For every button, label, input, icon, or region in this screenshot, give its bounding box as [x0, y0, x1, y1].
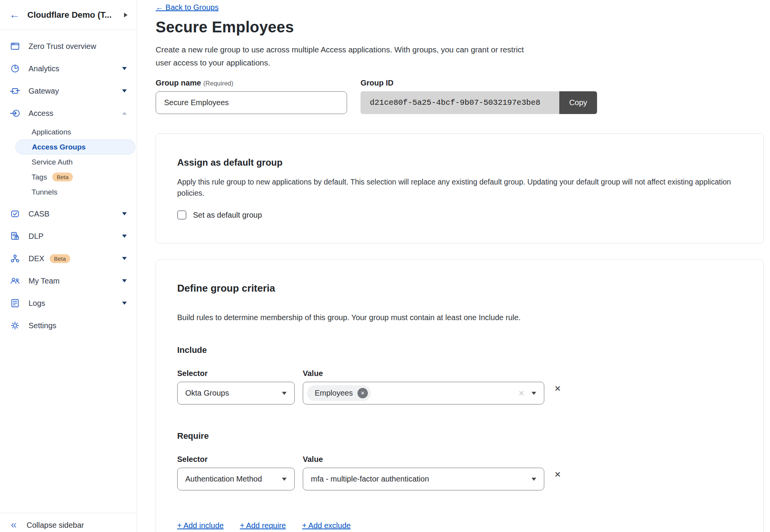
back-to-groups-link[interactable]: ← Back to Groups: [156, 3, 218, 12]
include-labels-row: Selector Value: [177, 369, 742, 378]
back-arrow-icon[interactable]: ←: [9, 10, 20, 20]
include-selector-select[interactable]: Okta Groups: [177, 382, 295, 404]
define-group-criteria-title: Define group criteria: [177, 282, 742, 294]
add-require-link[interactable]: + Add require: [240, 521, 286, 530]
chevron-up-icon[interactable]: [122, 112, 127, 115]
sidebar-item-tunnels[interactable]: Tunnels: [0, 185, 137, 200]
group-id-value: d21ce80f-5a25-4bcf-9b07-5032197e3be8: [361, 91, 559, 114]
chevron-down-icon[interactable]: [122, 89, 127, 92]
remove-require-rule-icon[interactable]: ✕: [554, 470, 561, 478]
add-exclude-link[interactable]: + Add exclude: [302, 521, 351, 530]
add-include-link[interactable]: + Add include: [177, 521, 224, 530]
default-group-checkbox[interactable]: [177, 210, 186, 220]
assign-default-group-title: Assign as default group: [177, 157, 742, 168]
chevron-down-icon[interactable]: [122, 67, 127, 70]
chevron-down-icon: [282, 392, 287, 395]
sidebar-header: ← Cloudflare Demo (T...: [0, 0, 137, 30]
team-icon: [10, 276, 20, 286]
sidebar-item-applications[interactable]: Applications: [0, 124, 137, 139]
include-heading: Include: [177, 345, 742, 355]
set-default-group-row[interactable]: Set as default group: [177, 210, 742, 220]
require-labels-row: Selector Value: [177, 455, 742, 464]
sidebar-item-my-team[interactable]: My Team: [0, 270, 137, 292]
value-chip: Employees ✕: [307, 385, 371, 401]
main-content: ← Back to Groups Secure Employees Create…: [138, 0, 770, 532]
sidebar-item-analytics[interactable]: Analytics: [0, 57, 137, 80]
group-name-label: Group name(Required): [156, 79, 361, 87]
rule-actions-row: + Add include + Add require + Add exclud…: [177, 521, 742, 530]
clear-values-icon[interactable]: ✕: [518, 389, 525, 398]
dlp-icon: [10, 231, 20, 241]
copy-button[interactable]: Copy: [559, 91, 597, 114]
gateway-icon: [10, 86, 20, 96]
pie-chart-icon: [10, 64, 20, 74]
group-name-field-block: Group name(Required): [156, 79, 361, 114]
sidebar-nav: Zero Trust overview Analytics Gateway: [0, 30, 137, 337]
group-id-row: d21ce80f-5a25-4bcf-9b07-5032197e3be8 Cop…: [361, 91, 597, 114]
group-id-block: Group ID d21ce80f-5a25-4bcf-9b07-5032197…: [361, 79, 597, 114]
page-title: Secure Employees: [156, 18, 770, 36]
chevron-down-icon: [532, 478, 536, 481]
chevron-down-icon[interactable]: [122, 257, 127, 260]
beta-badge: Beta: [52, 173, 73, 181]
chevron-down-icon: [282, 478, 287, 481]
page-description: Create a new rule group to use across mu…: [156, 43, 535, 69]
gear-icon: [10, 321, 20, 331]
include-value-label: Value: [303, 369, 323, 378]
chip-remove-icon[interactable]: ✕: [357, 388, 368, 398]
sidebar-item-dex[interactable]: DEX Beta: [0, 247, 137, 270]
collapse-icon: «: [11, 515, 17, 530]
default-group-checkbox-label: Set as default group: [193, 211, 262, 220]
logs-icon: [10, 298, 20, 308]
chevron-down-icon[interactable]: [122, 212, 127, 215]
sidebar-item-casb[interactable]: CASB: [0, 203, 137, 225]
assign-default-group-description: Apply this rule group to new application…: [177, 176, 741, 199]
sidebar-item-tags[interactable]: Tags Beta: [0, 170, 137, 185]
include-selector-label: Selector: [177, 369, 303, 378]
group-id-label: Group ID: [361, 79, 597, 87]
window-icon: [10, 41, 20, 51]
sidebar-item-logs[interactable]: Logs: [0, 292, 137, 314]
chevron-down-icon: [532, 392, 536, 395]
remove-include-rule-icon[interactable]: ✕: [554, 384, 561, 393]
beta-badge: Beta: [50, 254, 70, 263]
include-value-combobox[interactable]: Employees ✕ ✕: [303, 382, 544, 404]
casb-icon: [10, 209, 20, 219]
dex-icon: [10, 253, 20, 263]
sidebar-item-access-groups[interactable]: Access Groups: [15, 139, 136, 154]
chevron-down-icon[interactable]: [122, 235, 127, 238]
sidebar-item-zero-trust-overview[interactable]: Zero Trust overview: [0, 35, 137, 57]
sidebar-item-settings[interactable]: Settings: [0, 314, 137, 337]
account-title: Cloudflare Demo (T...: [27, 10, 112, 20]
require-rule-row: Authentication Method mfa - multiple-fac…: [177, 468, 742, 490]
group-name-input[interactable]: [156, 91, 347, 114]
access-icon: [10, 108, 20, 118]
group-name-id-row: Group name(Required) Group ID d21ce80f-5…: [156, 79, 770, 114]
sidebar-item-gateway[interactable]: Gateway: [0, 80, 137, 102]
chevron-down-icon[interactable]: [122, 279, 127, 282]
require-value-label: Value: [303, 455, 323, 464]
define-group-criteria-card: Define group criteria Build rules to det…: [156, 259, 764, 532]
sidebar-item-dlp[interactable]: DLP: [0, 225, 137, 247]
sidebar-item-service-auth[interactable]: Service Auth: [0, 154, 137, 170]
require-heading: Require: [177, 431, 742, 441]
chevron-down-icon[interactable]: [122, 302, 127, 305]
require-selector-select[interactable]: Authentication Method: [177, 468, 295, 490]
sidebar-item-access[interactable]: Access: [0, 102, 137, 124]
require-value-select[interactable]: mfa - multiple-factor authentication: [303, 468, 544, 490]
require-selector-label: Selector: [177, 455, 303, 464]
collapse-sidebar-button[interactable]: « Collapse sidebar: [0, 513, 137, 532]
sidebar: ← Cloudflare Demo (T... Zero Trust overv…: [0, 0, 137, 532]
include-rule-row: Okta Groups Employees ✕ ✕ ✕: [177, 382, 742, 404]
define-group-criteria-description: Build rules to determine membership of t…: [177, 313, 742, 322]
expand-arrow-icon[interactable]: [124, 13, 127, 17]
assign-default-group-card: Assign as default group Apply this rule …: [156, 133, 764, 243]
